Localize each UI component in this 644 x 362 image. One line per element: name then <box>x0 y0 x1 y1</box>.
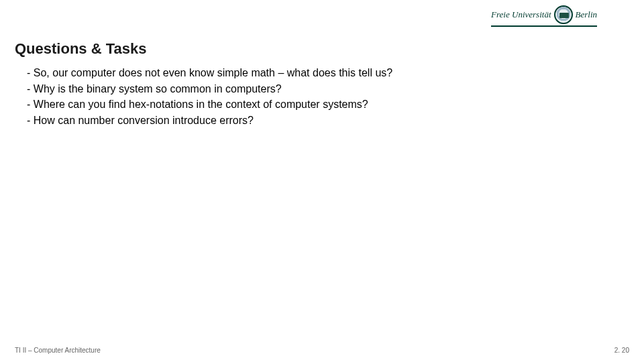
university-logo: Freie Universität Berlin <box>491 5 597 27</box>
list-item: - So, our computer does not even know si… <box>27 66 604 80</box>
logo-text-left: Freie Universität <box>491 9 551 20</box>
seal-icon <box>554 5 573 24</box>
logo-text: Freie Universität Berlin <box>491 5 597 24</box>
logo-text-right: Berlin <box>576 9 598 20</box>
list-item: - Where can you find hex-notations in th… <box>27 97 604 112</box>
list-item: - Why is the binary system so common in … <box>27 82 604 97</box>
slide: Freie Universität Berlin Questions & Tas… <box>0 0 644 362</box>
footer-course: TI II – Computer Architecture <box>15 347 101 354</box>
bullet-list: - So, our computer does not even know si… <box>27 66 604 129</box>
footer-page-number: 2. 20 <box>614 347 629 354</box>
slide-title: Questions & Tasks <box>15 40 146 58</box>
list-item: - How can number conversion introduce er… <box>27 113 604 128</box>
